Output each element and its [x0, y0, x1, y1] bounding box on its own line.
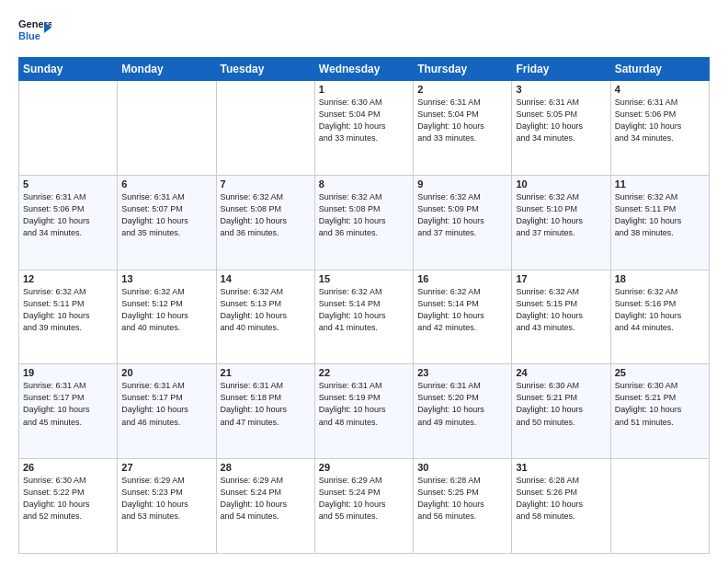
day-number: 31 [516, 462, 606, 473]
day-number: 5 [23, 178, 113, 190]
calendar-cell: 23Sunrise: 6:31 AM Sunset: 5:20 PM Dayli… [414, 364, 512, 459]
day-info: Sunrise: 6:31 AM Sunset: 5:07 PM Dayligh… [121, 191, 211, 239]
day-number: 30 [417, 462, 507, 473]
day-info: Sunrise: 6:29 AM Sunset: 5:24 PM Dayligh… [221, 475, 311, 523]
calendar-cell: 21Sunrise: 6:31 AM Sunset: 5:18 PM Dayli… [216, 364, 314, 459]
calendar-cell: 24Sunrise: 6:30 AM Sunset: 5:21 PM Dayli… [512, 364, 610, 459]
day-info: Sunrise: 6:30 AM Sunset: 5:21 PM Dayligh… [516, 380, 606, 428]
calendar-cell: 6Sunrise: 6:31 AM Sunset: 5:07 PM Daylig… [118, 175, 216, 270]
calendar-cell: 17Sunrise: 6:32 AM Sunset: 5:15 PM Dayli… [512, 270, 610, 364]
day-number: 6 [121, 178, 211, 190]
header: General Blue [18, 15, 710, 48]
calendar-day-header: Thursday [414, 58, 512, 81]
day-number: 23 [417, 367, 507, 378]
day-info: Sunrise: 6:31 AM Sunset: 5:06 PM Dayligh… [615, 97, 705, 144]
calendar-cell: 7Sunrise: 6:32 AM Sunset: 5:08 PM Daylig… [216, 175, 314, 270]
day-number: 22 [319, 367, 409, 378]
day-number: 20 [121, 367, 211, 378]
day-info: Sunrise: 6:32 AM Sunset: 5:13 PM Dayligh… [221, 286, 311, 334]
day-number: 1 [319, 84, 409, 95]
day-number: 8 [319, 178, 409, 190]
day-number: 19 [23, 367, 113, 378]
day-info: Sunrise: 6:31 AM Sunset: 5:06 PM Dayligh… [23, 191, 113, 239]
day-number: 3 [516, 84, 606, 95]
day-number: 14 [221, 273, 311, 284]
day-info: Sunrise: 6:29 AM Sunset: 5:23 PM Dayligh… [121, 475, 211, 523]
calendar-day-header: Saturday [610, 58, 709, 81]
calendar-cell: 29Sunrise: 6:29 AM Sunset: 5:24 PM Dayli… [314, 459, 413, 554]
day-number: 12 [23, 273, 113, 284]
calendar-week-row: 1Sunrise: 6:30 AM Sunset: 5:04 PM Daylig… [19, 81, 710, 176]
calendar-day-header: Friday [512, 58, 610, 81]
calendar-cell [19, 81, 118, 176]
day-info: Sunrise: 6:32 AM Sunset: 5:14 PM Dayligh… [417, 286, 507, 334]
day-info: Sunrise: 6:31 AM Sunset: 5:20 PM Dayligh… [417, 380, 507, 428]
day-info: Sunrise: 6:31 AM Sunset: 5:18 PM Dayligh… [221, 380, 311, 428]
calendar-table: SundayMondayTuesdayWednesdayThursdayFrid… [18, 57, 710, 554]
calendar-cell: 10Sunrise: 6:32 AM Sunset: 5:10 PM Dayli… [512, 175, 610, 270]
logo: General Blue [18, 15, 51, 48]
day-info: Sunrise: 6:31 AM Sunset: 5:19 PM Dayligh… [319, 380, 409, 428]
day-number: 11 [615, 178, 705, 190]
logo-svg: General Blue [18, 15, 51, 48]
calendar-week-row: 12Sunrise: 6:32 AM Sunset: 5:11 PM Dayli… [19, 270, 710, 364]
calendar-header-row: SundayMondayTuesdayWednesdayThursdayFrid… [19, 58, 710, 81]
day-info: Sunrise: 6:32 AM Sunset: 5:12 PM Dayligh… [121, 286, 211, 334]
calendar-cell: 12Sunrise: 6:32 AM Sunset: 5:11 PM Dayli… [19, 270, 118, 364]
day-info: Sunrise: 6:32 AM Sunset: 5:15 PM Dayligh… [516, 286, 606, 334]
day-number: 7 [221, 178, 311, 190]
calendar-cell: 27Sunrise: 6:29 AM Sunset: 5:23 PM Dayli… [118, 459, 216, 554]
day-info: Sunrise: 6:31 AM Sunset: 5:04 PM Dayligh… [417, 97, 507, 144]
calendar-cell: 13Sunrise: 6:32 AM Sunset: 5:12 PM Dayli… [118, 270, 216, 364]
day-info: Sunrise: 6:30 AM Sunset: 5:21 PM Dayligh… [615, 380, 705, 428]
calendar-cell: 20Sunrise: 6:31 AM Sunset: 5:17 PM Dayli… [118, 364, 216, 459]
day-info: Sunrise: 6:32 AM Sunset: 5:08 PM Dayligh… [319, 191, 409, 239]
calendar-cell: 31Sunrise: 6:28 AM Sunset: 5:26 PM Dayli… [512, 459, 610, 554]
calendar-cell: 2Sunrise: 6:31 AM Sunset: 5:04 PM Daylig… [414, 81, 512, 176]
day-number: 24 [516, 367, 606, 378]
calendar-week-row: 5Sunrise: 6:31 AM Sunset: 5:06 PM Daylig… [19, 175, 710, 270]
day-info: Sunrise: 6:28 AM Sunset: 5:26 PM Dayligh… [516, 475, 606, 523]
calendar-day-header: Monday [118, 58, 216, 81]
day-number: 16 [417, 273, 507, 284]
calendar-day-header: Wednesday [314, 58, 413, 81]
calendar-cell: 19Sunrise: 6:31 AM Sunset: 5:17 PM Dayli… [19, 364, 118, 459]
calendar-cell: 8Sunrise: 6:32 AM Sunset: 5:08 PM Daylig… [314, 175, 413, 270]
day-info: Sunrise: 6:32 AM Sunset: 5:09 PM Dayligh… [417, 191, 507, 239]
calendar-cell: 26Sunrise: 6:30 AM Sunset: 5:22 PM Dayli… [19, 459, 118, 554]
calendar-cell: 4Sunrise: 6:31 AM Sunset: 5:06 PM Daylig… [610, 81, 709, 176]
day-info: Sunrise: 6:31 AM Sunset: 5:05 PM Dayligh… [516, 97, 606, 144]
calendar-cell: 14Sunrise: 6:32 AM Sunset: 5:13 PM Dayli… [216, 270, 314, 364]
day-number: 2 [417, 84, 507, 95]
day-info: Sunrise: 6:32 AM Sunset: 5:08 PM Dayligh… [221, 191, 311, 239]
day-number: 28 [221, 462, 311, 473]
calendar-cell [216, 81, 314, 176]
day-number: 17 [516, 273, 606, 284]
day-info: Sunrise: 6:32 AM Sunset: 5:11 PM Dayligh… [615, 191, 705, 239]
day-info: Sunrise: 6:31 AM Sunset: 5:17 PM Dayligh… [23, 380, 113, 428]
day-number: 29 [319, 462, 409, 473]
day-info: Sunrise: 6:32 AM Sunset: 5:11 PM Dayligh… [23, 286, 113, 334]
day-info: Sunrise: 6:32 AM Sunset: 5:10 PM Dayligh… [516, 191, 606, 239]
day-number: 26 [23, 462, 113, 473]
calendar-cell: 15Sunrise: 6:32 AM Sunset: 5:14 PM Dayli… [314, 270, 413, 364]
calendar-cell: 25Sunrise: 6:30 AM Sunset: 5:21 PM Dayli… [610, 364, 709, 459]
calendar-day-header: Tuesday [216, 58, 314, 81]
day-number: 10 [516, 178, 606, 190]
calendar-cell: 1Sunrise: 6:30 AM Sunset: 5:04 PM Daylig… [314, 81, 413, 176]
day-info: Sunrise: 6:29 AM Sunset: 5:24 PM Dayligh… [319, 475, 409, 523]
calendar-cell: 18Sunrise: 6:32 AM Sunset: 5:16 PM Dayli… [610, 270, 709, 364]
day-number: 4 [615, 84, 705, 95]
day-info: Sunrise: 6:31 AM Sunset: 5:17 PM Dayligh… [121, 380, 211, 428]
day-number: 13 [121, 273, 211, 284]
calendar-cell [610, 459, 709, 554]
day-info: Sunrise: 6:28 AM Sunset: 5:25 PM Dayligh… [417, 475, 507, 523]
calendar-cell: 16Sunrise: 6:32 AM Sunset: 5:14 PM Dayli… [414, 270, 512, 364]
svg-text:Blue: Blue [18, 30, 40, 41]
day-info: Sunrise: 6:30 AM Sunset: 5:22 PM Dayligh… [23, 475, 113, 523]
day-info: Sunrise: 6:30 AM Sunset: 5:04 PM Dayligh… [319, 97, 409, 144]
calendar-week-row: 26Sunrise: 6:30 AM Sunset: 5:22 PM Dayli… [19, 459, 710, 554]
day-number: 21 [221, 367, 311, 378]
calendar-cell: 30Sunrise: 6:28 AM Sunset: 5:25 PM Dayli… [414, 459, 512, 554]
day-number: 15 [319, 273, 409, 284]
